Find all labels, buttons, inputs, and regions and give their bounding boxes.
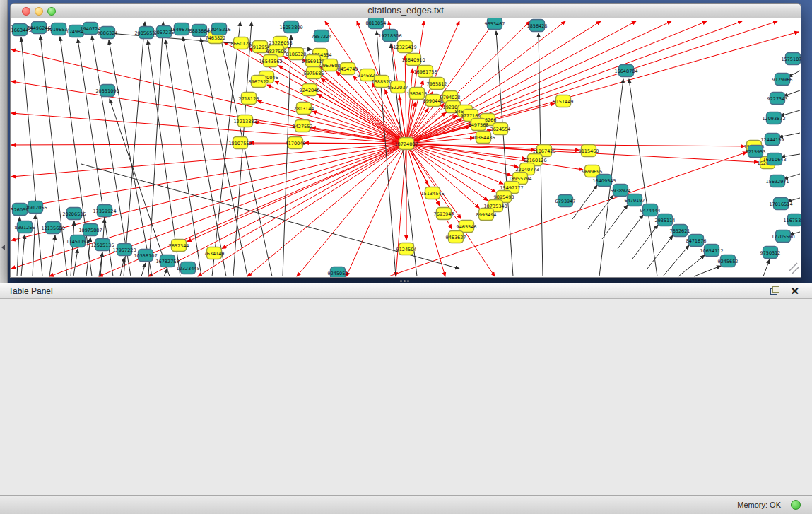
graph-node[interactable]: 10975887 [78,224,102,236]
graph-edge [647,235,673,269]
float-window-icon[interactable] [770,286,779,295]
graph-edge [247,144,406,276]
graph-node[interactable]: 9853467 [485,18,505,30]
graph-node[interactable]: 17359924 [93,205,116,217]
graph-node[interactable]: 19218506 [378,30,401,42]
graph-node[interactable]: 17705590 [771,230,794,243]
graph-node[interactable]: 10654112 [700,245,723,257]
close-panel-icon[interactable]: ✕ [790,284,799,298]
graph-edge [312,111,406,144]
citation-network-graph[interactable]: 7463822866012859129542322605898275088186… [11,18,801,277]
graph-edge [694,266,721,276]
graph-node-label: 9124504 [396,247,417,252]
graph-node[interactable]: 6479197 [625,194,645,206]
graph-node[interactable]: 8427552 [293,120,313,132]
graph-node[interactable]: 20531090 [95,85,119,97]
graph-node[interactable]: 15751074 [781,53,801,65]
graph-node-label: 15492777 [500,185,523,191]
graph-node[interactable]: 9115460 [579,145,599,157]
graph-edge [11,144,406,177]
table-panel-header: Table Panel ✕ [0,283,812,299]
graph-node[interactable]: 7693947 [434,208,454,220]
network-canvas[interactable]: 7463822866012859129542322605898275088186… [10,18,801,278]
graph-node-label: 11067425 [532,148,555,154]
graph-node[interactable]: 7652344 [169,240,189,252]
graph-node[interactable]: 8967522 [249,76,269,88]
network-window-titlebar[interactable]: citations_edges.txt [10,3,801,18]
splitpane-collapse-arrow-icon[interactable] [1,245,5,250]
graph-node[interactable]: 8471676 [686,235,707,247]
graph-node[interactable]: 6497568 [469,119,489,131]
graph-node[interactable]: 8813054 [366,18,387,29]
graph-node-label: 9151449 [553,99,574,105]
graph-node[interactable]: 7634149 [204,247,225,259]
graph-node[interactable]: 15134545 [420,187,444,199]
graph-node[interactable]: 9227343 [767,93,788,105]
graph-node[interactable]: 4170046 [286,137,306,149]
graph-node[interactable]: 9463627 [446,231,466,243]
close-traffic-light-icon[interactable] [22,7,30,16]
graph-node[interactable]: 9750312 [760,247,781,259]
node-layer: 7463822866012859129542322605898275088186… [11,18,801,277]
graph-node[interactable]: 9151449 [553,95,574,107]
zoom-traffic-light-icon[interactable] [47,7,56,16]
graph-node-label: 12213383 [233,119,257,124]
graph-node[interactable]: 1856428 [527,20,548,32]
graph-node[interactable]: 7955812 [427,78,447,90]
memory-ok-indicator-icon [791,500,801,510]
graph-node-label: 1856428 [527,23,548,29]
graph-node-label: 17359924 [93,209,116,214]
graph-node[interactable]: 2718126 [239,93,259,105]
graph-node[interactable]: 7857224 [312,30,332,42]
graph-node[interactable]: 8522037 [388,81,408,93]
graph-edge [406,21,742,144]
memory-status-label: Memory: OK [737,501,781,509]
graph-node[interactable]: 9129966 [772,74,793,86]
graph-node[interactable]: 9245652 [718,255,739,267]
graph-edge [406,144,496,192]
graph-node[interactable]: 16053809 [279,21,302,33]
graph-edge [40,35,67,276]
graph-node[interactable]: 3624554 [490,123,511,135]
network-view-window: citations_edges.txt 74638228660128591295… [10,3,801,278]
graph-node-label: 10358107 [134,253,157,259]
graph-node-label: 11675338 [783,218,801,223]
graph-node[interactable]: 8995494 [476,209,497,221]
graph-node[interactable]: 15692971 [765,175,789,187]
graph-node[interactable]: 8454749 [338,63,358,75]
graph-node[interactable]: 8660128 [231,37,252,49]
graph-node-label: 20206535 [62,211,86,217]
graph-node[interactable]: 8391256 [15,221,35,233]
graph-node[interactable]: 18107552 [228,137,252,149]
graph-node[interactable]: 20206535 [62,208,86,220]
graph-node-label: 9895493 [494,194,514,200]
graph-node[interactable]: 7632621 [670,225,690,237]
graph-edge [283,35,291,276]
graph-node[interactable]: 6793947 [555,195,576,207]
graph-edge [141,263,146,276]
graph-node[interactable]: 9474444 [640,204,661,216]
table-panel: Table Panel ✕ [0,283,812,495]
graph-node[interactable]: 2803144 [294,103,314,115]
graph-node[interactable]: 5975685 [304,67,324,79]
graph-node[interactable]: 9245052 [328,267,348,278]
graph-edge [109,40,152,276]
graph-node[interactable]: 17016514 [769,198,792,210]
graph-node[interactable]: 12325419 [393,41,416,53]
graph-node[interactable]: 2935114 [655,214,676,226]
left-splitpane-strip[interactable] [0,0,8,283]
graph-node[interactable]: 12093872 [762,112,785,124]
graph-node-label: 9227343 [767,96,788,102]
graph-node[interactable]: 8883664 [189,25,210,37]
graph-node[interactable]: 5938924 [611,185,631,197]
graph-node-label: 1588520 [372,79,392,85]
graph-node-label: 6793947 [555,199,576,204]
graph-node[interactable]: 9242848 [300,84,320,96]
graph-node[interactable]: 9886324 [98,27,118,39]
graph-node[interactable]: 11675338 [783,214,801,226]
graph-node[interactable]: 12505135 [90,239,114,251]
graph-node-label: 17957223 [112,247,136,253]
graph-node[interactable]: 8215953 [746,146,766,158]
minimize-traffic-light-icon[interactable] [35,7,43,16]
graph-node[interactable]: 9124504 [396,243,417,255]
